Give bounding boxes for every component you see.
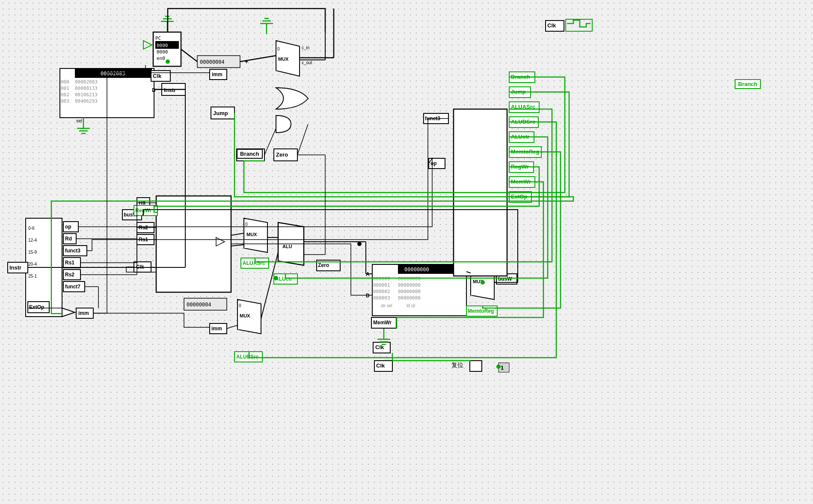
svg-rect-87 bbox=[234, 352, 262, 362]
svg-rect-144 bbox=[509, 177, 535, 187]
svg-text:Clk: Clk bbox=[375, 344, 384, 350]
svg-text:Jump: Jump bbox=[213, 110, 228, 116]
svg-text:busW: busW bbox=[124, 212, 138, 218]
svg-text:Branch: Branch bbox=[511, 74, 530, 80]
svg-rect-171 bbox=[498, 363, 509, 372]
svg-text:imm: imm bbox=[78, 310, 89, 316]
svg-text:MUX: MUX bbox=[473, 279, 484, 284]
svg-text:Rd: Rd bbox=[139, 200, 145, 206]
svg-text:Instr: Instr bbox=[9, 264, 21, 271]
svg-text:00406293: 00406293 bbox=[75, 98, 98, 104]
svg-line-196 bbox=[261, 252, 278, 319]
svg-text:0-6: 0-6 bbox=[28, 226, 35, 231]
svg-text:00002083: 00002083 bbox=[101, 71, 125, 77]
svg-text:imm: imm bbox=[211, 326, 222, 332]
svg-text:Clk: Clk bbox=[547, 22, 556, 29]
svg-text:00000004: 00000004 bbox=[187, 302, 211, 308]
svg-text:000000: 000000 bbox=[373, 276, 390, 282]
svg-text:20-4: 20-4 bbox=[28, 262, 37, 267]
svg-text:00000000: 00000000 bbox=[398, 289, 421, 294]
svg-rect-99 bbox=[372, 264, 466, 316]
svg-text:ALUctr: ALUctr bbox=[275, 276, 292, 282]
svg-text:ALUASrc: ALUASrc bbox=[243, 260, 265, 266]
svg-text:00000004: 00000004 bbox=[200, 59, 225, 65]
svg-text:funct3: funct3 bbox=[425, 116, 440, 122]
svg-rect-0 bbox=[60, 68, 154, 118]
svg-text:12-4: 12-4 bbox=[28, 238, 37, 243]
svg-rect-13 bbox=[162, 83, 185, 95]
svg-text:00000000: 00000000 bbox=[398, 282, 421, 288]
svg-text:str sel: str sel bbox=[381, 303, 392, 308]
svg-rect-69 bbox=[122, 210, 142, 220]
svg-rect-82 bbox=[241, 258, 269, 268]
svg-rect-40 bbox=[26, 218, 62, 317]
svg-text:en0: en0 bbox=[157, 56, 165, 61]
svg-rect-95 bbox=[317, 260, 340, 271]
svg-rect-15 bbox=[153, 32, 181, 66]
svg-rect-32 bbox=[210, 69, 227, 80]
svg-rect-123 bbox=[466, 306, 497, 316]
svg-marker-66 bbox=[216, 237, 225, 246]
svg-rect-100 bbox=[398, 264, 464, 274]
svg-rect-63 bbox=[76, 308, 93, 318]
svg-rect-170 bbox=[470, 361, 482, 371]
svg-line-195 bbox=[466, 272, 471, 273]
svg-rect-56 bbox=[63, 270, 80, 280]
svg-text:PC: PC bbox=[155, 36, 161, 41]
svg-rect-138 bbox=[509, 132, 534, 142]
svg-text:funct7: funct7 bbox=[65, 284, 80, 290]
svg-text:MemtoReg: MemtoReg bbox=[511, 148, 540, 155]
svg-text:ExtOp: ExtOp bbox=[511, 193, 527, 200]
svg-rect-91 bbox=[184, 298, 227, 310]
svg-text:002: 002 bbox=[61, 92, 69, 98]
svg-rect-75 bbox=[134, 205, 157, 216]
svg-text:15-9: 15-9 bbox=[28, 250, 37, 255]
svg-rect-22 bbox=[151, 71, 170, 81]
svg-text:00002083: 00002083 bbox=[75, 79, 98, 85]
svg-rect-128 bbox=[429, 158, 445, 169]
svg-text:sel: sel bbox=[76, 118, 82, 123]
svg-rect-89 bbox=[210, 323, 227, 334]
svg-rect-126 bbox=[424, 113, 448, 124]
svg-text:ALUBSrc: ALUBSrc bbox=[511, 119, 535, 125]
svg-text:Rs2: Rs2 bbox=[65, 272, 74, 278]
svg-text:MemWr: MemWr bbox=[373, 320, 392, 326]
svg-text:复位: 复位 bbox=[451, 362, 463, 368]
svg-text:ExtOp: ExtOp bbox=[29, 304, 44, 310]
svg-rect-50 bbox=[63, 234, 76, 244]
svg-text:ALUASrc: ALUASrc bbox=[511, 104, 535, 110]
svg-rect-52 bbox=[63, 246, 87, 256]
svg-text:imm: imm bbox=[212, 71, 223, 77]
svg-text:Clk: Clk bbox=[136, 264, 144, 270]
svg-text:Rd: Rd bbox=[65, 236, 72, 242]
svg-rect-146 bbox=[509, 192, 531, 202]
svg-text:Clk: Clk bbox=[153, 73, 162, 79]
svg-rect-60 bbox=[28, 302, 49, 313]
svg-text:c_out: c_out bbox=[302, 60, 312, 65]
svg-text:1: 1 bbox=[501, 365, 504, 371]
svg-text:0: 0 bbox=[277, 47, 280, 51]
svg-rect-65 bbox=[156, 196, 231, 292]
svg-text:ALUctr: ALUctr bbox=[511, 133, 529, 140]
svg-text:000002: 000002 bbox=[373, 289, 390, 294]
svg-rect-77 bbox=[134, 262, 151, 272]
svg-rect-18 bbox=[155, 41, 179, 49]
svg-text:op: op bbox=[430, 160, 437, 166]
svg-rect-34 bbox=[211, 107, 234, 119]
svg-line-174 bbox=[240, 56, 276, 62]
svg-rect-1 bbox=[75, 68, 152, 78]
svg-point-209 bbox=[481, 280, 485, 285]
svg-rect-38 bbox=[274, 149, 297, 161]
svg-rect-48 bbox=[63, 222, 78, 232]
svg-text:00106213: 00106213 bbox=[75, 92, 98, 98]
svg-rect-71 bbox=[137, 222, 154, 233]
svg-marker-118 bbox=[471, 265, 494, 299]
svg-text:MemWr: MemWr bbox=[511, 178, 531, 185]
svg-text:MUX: MUX bbox=[246, 232, 257, 237]
svg-text:003: 003 bbox=[61, 98, 69, 104]
svg-text:000001: 000001 bbox=[373, 282, 390, 288]
svg-text:c_in: c_in bbox=[302, 45, 309, 50]
svg-text:ALU: ALU bbox=[282, 244, 292, 249]
svg-rect-58 bbox=[63, 282, 85, 292]
svg-text:MUX: MUX bbox=[278, 56, 289, 62]
